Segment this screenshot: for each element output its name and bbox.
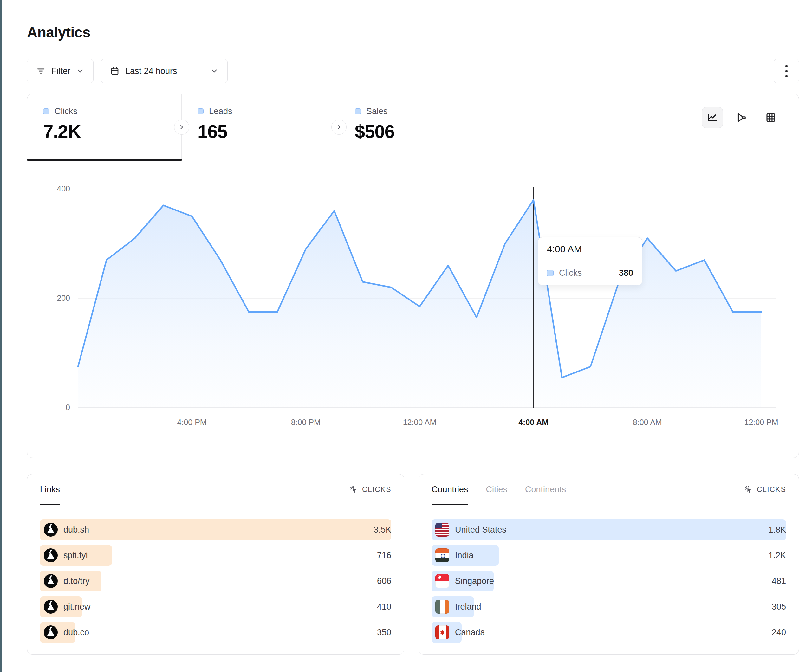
tooltip-series-label: Clicks xyxy=(559,268,582,278)
leads-tab-label: Leads xyxy=(209,106,232,116)
link-value: 606 xyxy=(377,576,391,586)
filter-button-label: Filter xyxy=(51,66,70,76)
link-label: spti.fyi xyxy=(63,551,88,560)
y-axis-tick-label: 0 xyxy=(35,403,70,412)
grid-icon[interactable] xyxy=(760,107,781,128)
clicks-time-series-chart[interactable]: 02004004:00 PM8:00 PM12:00 AM4:00 AM8:00… xyxy=(27,160,799,458)
leads-tab-value: 165 xyxy=(198,121,339,142)
country-label: United States xyxy=(455,525,507,535)
funnel-icon[interactable] xyxy=(731,107,752,128)
geo-metric-label: CLICKS xyxy=(757,485,786,494)
country-row-united-states[interactable]: United States 1.8K xyxy=(432,519,786,540)
country-label: Ireland xyxy=(455,602,481,612)
leads-legend-square xyxy=(198,108,203,114)
expand-sales-button[interactable] xyxy=(331,119,346,135)
country-value: 305 xyxy=(772,602,786,612)
tooltip-legend-square xyxy=(547,270,554,276)
link-value: 410 xyxy=(377,602,391,612)
link-row-dub-sh[interactable]: dub.sh 3.5K xyxy=(40,519,391,540)
x-axis-tick-label: 4:00 PM xyxy=(166,418,217,427)
link-value: 350 xyxy=(377,628,391,638)
date-range-button[interactable]: Last 24 hours xyxy=(101,59,228,84)
link-label: dub.sh xyxy=(63,525,89,535)
link-value: 3.5K xyxy=(374,525,391,535)
country-label: India xyxy=(455,551,474,560)
dub-logo-icon xyxy=(44,600,58,614)
country-label: Canada xyxy=(455,628,485,638)
tab-leads[interactable]: Leads 165 xyxy=(182,94,339,160)
ireland-flag-icon xyxy=(435,600,449,614)
country-row-canada[interactable]: Canada 240 xyxy=(432,622,786,643)
tab-countries[interactable]: Countries xyxy=(432,474,468,505)
x-axis-tick-label: 4:00 AM xyxy=(508,418,559,427)
tab-clicks[interactable]: Clicks 7.2K xyxy=(27,94,182,160)
tab-continents[interactable]: Continents xyxy=(525,474,566,505)
dub-logo-icon xyxy=(44,574,58,588)
expand-leads-button[interactable] xyxy=(174,119,189,135)
link-bar xyxy=(40,519,391,540)
x-axis-tick-label: 8:00 AM xyxy=(622,418,673,427)
filter-lines-icon xyxy=(36,66,46,76)
more-options-button[interactable] xyxy=(774,59,799,84)
clicks-tab-value: 7.2K xyxy=(43,121,181,142)
chevron-down-icon xyxy=(76,67,84,75)
sales-tab-value: $506 xyxy=(355,121,486,142)
x-axis-tick-label: 12:00 PM xyxy=(736,418,786,427)
chart-canvas xyxy=(27,160,799,458)
india-flag-icon xyxy=(435,548,449,562)
country-row-singapore[interactable]: Singapore 481 xyxy=(432,571,786,592)
geo-metric-switcher[interactable]: CLICKS xyxy=(744,485,786,494)
links-metric-switcher[interactable]: CLICKS xyxy=(350,485,391,494)
dub-logo-icon xyxy=(44,523,58,537)
links-metric-label: CLICKS xyxy=(362,485,391,494)
dub-logo-icon xyxy=(44,548,58,562)
line-chart-icon[interactable] xyxy=(702,107,723,128)
link-label: git.new xyxy=(63,602,91,612)
y-axis-tick-label: 400 xyxy=(35,184,70,193)
left-edge-accent xyxy=(0,0,2,672)
kebab-menu-icon xyxy=(785,65,788,77)
links-panel: Links CLICKS dub.sh 3.5K spti.fyi 716 d.… xyxy=(27,474,404,655)
us-flag-icon xyxy=(435,523,449,537)
cursor-click-icon xyxy=(350,485,358,494)
tab-links[interactable]: Links xyxy=(40,474,60,505)
chart-view-switcher xyxy=(702,107,781,128)
x-axis-tick-label: 8:00 PM xyxy=(280,418,331,427)
clicks-legend-square xyxy=(43,108,49,114)
country-value: 1.2K xyxy=(768,551,786,560)
date-range-label: Last 24 hours xyxy=(125,66,177,76)
link-row-d-to-try[interactable]: d.to/try 606 xyxy=(40,571,391,592)
chart-tooltip: 4:00 AM Clicks 380 xyxy=(538,237,642,285)
filter-button[interactable]: Filter xyxy=(27,59,94,84)
tab-sales[interactable]: Sales $506 xyxy=(339,94,486,160)
analytics-card: Clicks 7.2K Leads 165 Sales $506 xyxy=(27,94,799,458)
page-title: Analytics xyxy=(27,24,90,41)
country-value: 481 xyxy=(772,576,786,586)
tooltip-time: 4:00 AM xyxy=(538,237,642,261)
country-row-india[interactable]: India 1.2K xyxy=(432,545,786,566)
area-fill xyxy=(78,200,761,408)
country-value: 240 xyxy=(772,628,786,638)
x-axis-tick-label: 12:00 AM xyxy=(394,418,445,427)
tab-cities[interactable]: Cities xyxy=(486,474,508,505)
sales-tab-label: Sales xyxy=(366,106,388,116)
country-label: Singapore xyxy=(455,576,494,586)
geo-panel: Countries Cities Continents CLICKS Unite… xyxy=(418,474,799,655)
calendar-icon xyxy=(110,66,119,76)
tooltip-value: 380 xyxy=(619,268,633,278)
dub-logo-icon xyxy=(44,625,58,640)
link-value: 716 xyxy=(377,551,391,560)
sales-legend-square xyxy=(355,108,361,114)
canada-flag-icon xyxy=(435,625,449,640)
link-row-spti-fyi[interactable]: spti.fyi 716 xyxy=(40,545,391,566)
cursor-click-icon xyxy=(744,485,753,494)
country-value: 1.8K xyxy=(768,525,786,535)
link-label: d.to/try xyxy=(63,576,90,586)
country-row-ireland[interactable]: Ireland 305 xyxy=(432,596,786,617)
chevron-down-icon xyxy=(210,67,218,75)
link-row-git-new[interactable]: git.new 410 xyxy=(40,596,391,617)
stats-tab-row: Clicks 7.2K Leads 165 Sales $506 xyxy=(27,94,799,160)
link-row-dub-co[interactable]: dub.co 350 xyxy=(40,622,391,643)
singapore-flag-icon xyxy=(435,574,449,588)
y-axis-tick-label: 200 xyxy=(35,293,70,303)
